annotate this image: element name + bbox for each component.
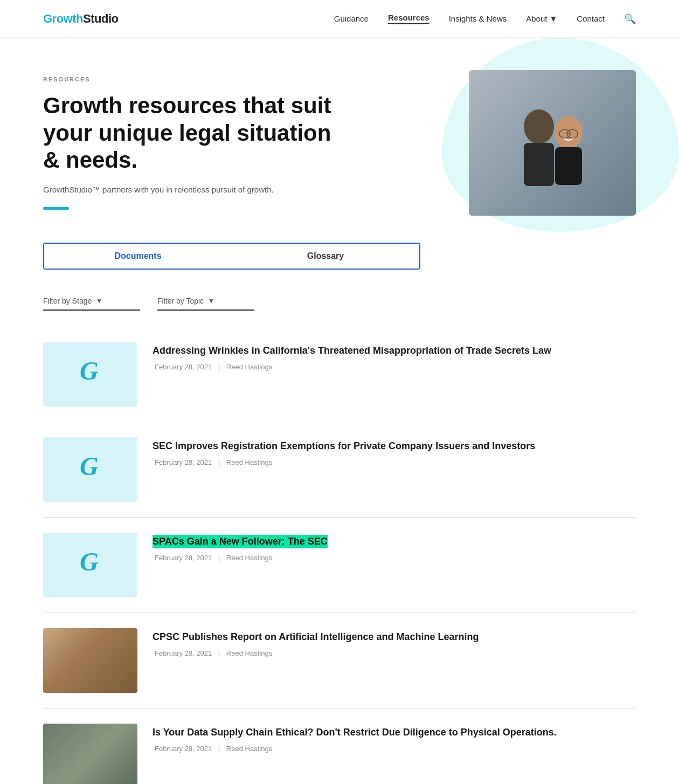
doc-info: SEC Improves Registration Exemptions for… bbox=[153, 437, 636, 466]
hero-eyebrow: RESOURCES bbox=[43, 76, 410, 82]
svg-rect-1 bbox=[524, 143, 554, 186]
nav-links: Guidance Resources Insights & News About… bbox=[334, 13, 636, 25]
document-item-1: G Addressing Wrinkles in California's Th… bbox=[43, 327, 636, 422]
growthstudio-g-icon: G bbox=[80, 359, 101, 390]
doc-date: February 28, 2021 bbox=[155, 554, 212, 562]
filter-topic-label: Filter by Topic bbox=[157, 297, 204, 305]
document-item-5: Is Your Data Supply Chain Ethical? Don't… bbox=[43, 709, 636, 784]
document-list: G Addressing Wrinkles in California's Th… bbox=[0, 327, 679, 784]
hero-title: Growth resources that suit your unique l… bbox=[43, 92, 334, 174]
filter-stage-dropdown[interactable]: Filter by Stage ▼ bbox=[43, 297, 140, 311]
hero-image-placeholder bbox=[469, 70, 636, 216]
hero-image-wrap bbox=[410, 70, 636, 216]
document-item-4: CPSC Publishes Report on Artificial Inte… bbox=[43, 613, 636, 709]
nav-guidance[interactable]: Guidance bbox=[334, 14, 369, 23]
doc-info: Is Your Data Supply Chain Ethical? Don't… bbox=[153, 724, 636, 753]
doc-thumbnail bbox=[43, 628, 137, 693]
svg-rect-3 bbox=[555, 147, 582, 185]
filter-topic-arrow: ▼ bbox=[208, 297, 214, 305]
filter-topic-dropdown[interactable]: Filter by Topic ▼ bbox=[157, 297, 254, 311]
navbar: GrowthStudio Guidance Resources Insights… bbox=[0, 0, 679, 38]
doc-date: February 28, 2021 bbox=[155, 363, 212, 371]
doc-meta-separator: | bbox=[218, 363, 222, 371]
tabs-section: Documents Glossary bbox=[0, 243, 679, 270]
doc-meta: February 28, 2021 | Reed Hastings bbox=[153, 458, 636, 466]
doc-author: Reed Hastings bbox=[226, 554, 272, 562]
doc-meta: February 28, 2021 | Reed Hastings bbox=[153, 363, 636, 371]
doc-title[interactable]: CPSC Publishes Report on Artificial Inte… bbox=[153, 630, 636, 644]
doc-thumbnail: G bbox=[43, 342, 137, 407]
hero-text: RESOURCES Growth resources that suit you… bbox=[43, 76, 410, 209]
hero-subtitle: GrowthStudio™ partners with you in relen… bbox=[43, 185, 410, 194]
doc-info: SPACs Gain a New Follower: The SEC Febru… bbox=[153, 533, 636, 562]
document-item-2: G SEC Improves Registration Exemptions f… bbox=[43, 422, 636, 518]
hero-divider bbox=[43, 207, 69, 210]
doc-author: Reed Hastings bbox=[226, 458, 272, 466]
svg-text:G: G bbox=[80, 455, 99, 480]
doc-title-highlight: SPACs Gain a New Follower: The SEC bbox=[153, 535, 328, 548]
doc-meta-separator: | bbox=[218, 649, 222, 657]
hero-section: RESOURCES Growth resources that suit you… bbox=[0, 38, 679, 243]
nav-contact[interactable]: Contact bbox=[577, 14, 605, 23]
logo-growth: Growth bbox=[43, 12, 83, 26]
chevron-down-icon: ▼ bbox=[549, 14, 557, 23]
filters: Filter by Stage ▼ Filter by Topic ▼ bbox=[0, 286, 679, 327]
doc-author: Reed Hastings bbox=[226, 649, 272, 657]
doc-meta-separator: | bbox=[218, 554, 222, 562]
tabs: Documents Glossary bbox=[43, 243, 420, 270]
doc-title[interactable]: Addressing Wrinkles in California's Thre… bbox=[153, 344, 636, 357]
doc-title[interactable]: SPACs Gain a New Follower: The SEC bbox=[153, 535, 636, 548]
doc-meta: February 28, 2021 | Reed Hastings bbox=[153, 745, 636, 753]
growthstudio-g-icon: G bbox=[80, 550, 101, 581]
doc-thumbnail: G bbox=[43, 533, 137, 597]
doc-meta: February 28, 2021 | Reed Hastings bbox=[153, 554, 636, 562]
growthstudio-g-icon: G bbox=[80, 455, 101, 485]
doc-date: February 28, 2021 bbox=[155, 649, 212, 657]
document-item-3: G SPACs Gain a New Follower: The SEC Feb… bbox=[43, 518, 636, 613]
logo[interactable]: GrowthStudio bbox=[43, 12, 118, 26]
logo-studio: Studio bbox=[83, 12, 118, 26]
doc-thumbnail bbox=[43, 724, 137, 784]
doc-info: CPSC Publishes Report on Artificial Inte… bbox=[153, 628, 636, 657]
doc-meta-separator: | bbox=[218, 745, 222, 753]
doc-author: Reed Hastings bbox=[226, 363, 272, 371]
nav-insights[interactable]: Insights & News bbox=[449, 14, 507, 23]
nav-resources[interactable]: Resources bbox=[388, 13, 429, 24]
doc-title[interactable]: Is Your Data Supply Chain Ethical? Don't… bbox=[153, 726, 636, 739]
tab-glossary[interactable]: Glossary bbox=[232, 244, 419, 269]
doc-meta-separator: | bbox=[218, 458, 222, 466]
svg-point-0 bbox=[524, 109, 554, 144]
doc-date: February 28, 2021 bbox=[155, 458, 212, 466]
doc-title[interactable]: SEC Improves Registration Exemptions for… bbox=[153, 439, 636, 453]
doc-thumbnail: G bbox=[43, 437, 137, 502]
filter-stage-label: Filter by Stage bbox=[43, 297, 92, 305]
tab-documents[interactable]: Documents bbox=[43, 243, 233, 270]
filter-stage-arrow: ▼ bbox=[96, 297, 102, 305]
doc-author: Reed Hastings bbox=[226, 745, 272, 753]
doc-date: February 28, 2021 bbox=[155, 745, 212, 753]
svg-text:G: G bbox=[80, 359, 99, 385]
svg-point-2 bbox=[555, 116, 583, 148]
hero-image bbox=[469, 70, 636, 216]
doc-meta: February 28, 2021 | Reed Hastings bbox=[153, 649, 636, 657]
doc-info: Addressing Wrinkles in California's Thre… bbox=[153, 342, 636, 371]
search-icon[interactable]: 🔍 bbox=[624, 13, 636, 25]
svg-text:G: G bbox=[80, 550, 99, 576]
nav-about[interactable]: About ▼ bbox=[526, 14, 557, 23]
